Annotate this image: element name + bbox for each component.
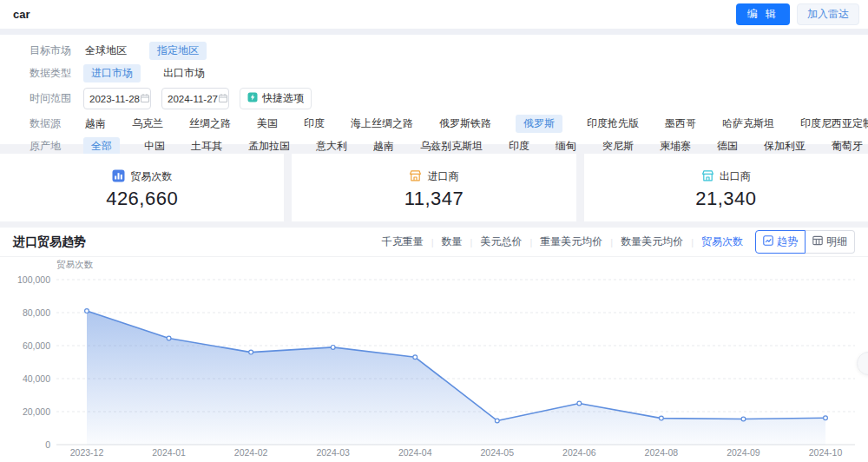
filter-option[interactable]: 孟加拉国 [247,137,292,155]
detail-view-button[interactable]: 明细 [806,230,855,254]
data-source-row: 数据源 越南乌克兰丝绸之路美国印度海上丝绸之路俄罗斯铁路俄罗斯印度抢先版墨西哥哈… [30,114,856,134]
chart-title: 进口贸易趋势 [13,234,86,250]
section-divider [0,29,868,35]
filter-option[interactable]: 中国 [142,137,167,155]
filter-option[interactable]: 柬埔寨 [658,137,693,155]
target-market-row: 目标市场 全球地区指定地区 [30,41,856,61]
importer-store-icon [409,169,422,185]
add-to-radar-button[interactable]: 加入雷达 [797,3,859,25]
stat-card-exporters: 出口商 21,340 [584,154,868,221]
date-range-row: 时间范围 快捷选项 [30,86,856,111]
detail-view-label: 明细 [826,234,847,249]
data-type-label: 数据类型 [30,66,83,81]
trend-chart-icon [763,235,773,248]
filter-option[interactable]: 全球地区 [83,42,128,60]
filter-option[interactable]: 进口市场 [83,64,141,82]
stat-card-trade-count: 贸易次数 426,660 [0,154,284,221]
metric-option[interactable]: 重量美元均价 [540,234,602,249]
trend-line-chart[interactable]: 贸易次数020,00040,00060,00080,000100,0002023… [0,257,868,461]
filter-option[interactable]: 越南 [372,137,396,155]
metric-switcher: 千克重量|数量|美元总价|重量美元均价|数量美元均价|贸易次数 [382,234,743,249]
svg-text:2024-04: 2024-04 [398,447,432,458]
metric-option[interactable]: 千克重量 [382,234,424,249]
origin-label: 原产地 [30,139,83,154]
svg-text:20,000: 20,000 [23,406,50,417]
filter-option[interactable]: 印度 [302,115,326,133]
filter-panel: 目标市场 全球地区指定地区 数据类型 进口市场出口市场 时间范围 [0,35,868,144]
stat-cards: 贸易次数 426,660 进口商 11,347 出口商 21,340 [0,154,868,221]
table-icon [812,235,823,248]
quick-options-button[interactable]: 快捷选项 [240,88,312,109]
filter-option[interactable]: 美国 [255,115,279,133]
separator: | [691,237,694,248]
metric-option[interactable]: 数量 [442,234,463,249]
origin-options: 全部中国土耳其孟加拉国意大利越南乌兹别克斯坦印度缅甸突尼斯柬埔寨德国保加利亚葡萄… [83,137,868,155]
top-bar-actions: 编 辑 加入雷达 [736,3,859,25]
filter-option[interactable]: 土耳其 [189,137,224,155]
svg-text:60,000: 60,000 [23,340,50,351]
stat-label: 进口商 [427,169,458,184]
filter-option[interactable]: 俄罗斯 [516,115,562,133]
stat-value: 426,660 [106,188,178,210]
filter-option[interactable]: 德国 [715,137,740,155]
svg-text:2024-01: 2024-01 [152,447,186,458]
trend-view-button[interactable]: 趋势 [755,230,806,254]
separator: | [529,237,532,248]
svg-text:100,000: 100,000 [17,274,50,285]
edit-button[interactable]: 编 辑 [736,3,790,25]
start-date-input[interactable] [83,88,151,109]
trend-view-label: 趋势 [777,234,798,249]
filter-option[interactable]: 缅甸 [554,137,578,155]
filter-option[interactable]: 突尼斯 [601,137,635,155]
metric-option[interactable]: 数量美元均价 [621,234,683,249]
metric-option[interactable]: 贸易次数 [701,234,743,249]
data-source-options: 越南乌克兰丝绸之路美国印度海上丝绸之路俄罗斯铁路俄罗斯印度抢先版墨西哥哈萨克斯坦… [83,115,868,133]
stat-label: 贸易次数 [130,169,172,184]
filter-option[interactable]: 哈萨克斯坦 [720,115,776,133]
target-market-label: 目标市场 [30,43,83,58]
filter-option[interactable]: 意大利 [314,137,349,155]
exporter-store-icon [701,169,714,185]
filter-option[interactable]: 越南 [83,115,108,133]
filter-option[interactable]: 墨西哥 [663,115,698,133]
filter-option[interactable]: 保加利亚 [762,137,807,155]
separator: | [470,237,473,248]
filter-option[interactable]: 出口市场 [161,64,207,82]
metric-option[interactable]: 美元总价 [480,234,522,249]
view-switcher: 趋势 明细 [755,230,855,254]
start-date-value[interactable] [89,94,140,104]
filter-option[interactable]: 指定地区 [149,42,207,60]
top-bar: car 编 辑 加入雷达 [0,0,868,29]
filter-option[interactable]: 印度 [507,137,531,155]
svg-text:2023-12: 2023-12 [70,447,104,458]
svg-text:2024-03: 2024-03 [316,447,350,458]
separator: | [431,237,434,248]
quick-options-label: 快捷选项 [262,91,304,106]
calendar-icon [140,91,150,107]
filter-option[interactable]: 乌兹别克斯坦 [418,137,484,155]
bar-chart-icon [112,169,125,185]
svg-text:2024-10: 2024-10 [809,447,843,458]
filter-option[interactable]: 印度抢先版 [585,115,641,133]
end-date-input[interactable] [161,88,229,109]
stat-card-importers: 进口商 11,347 [292,154,575,221]
calendar-icon [218,91,228,107]
end-date-value[interactable] [168,94,218,104]
filter-option[interactable]: 丝绸之路 [187,115,233,133]
stat-label: 出口商 [720,169,751,184]
filter-option[interactable]: 乌克兰 [130,115,165,133]
svg-text:2024-02: 2024-02 [234,447,268,458]
filter-option[interactable]: 海上丝绸之路 [349,115,415,133]
separator: | [610,237,613,248]
stat-value: 21,340 [695,188,756,210]
filter-option[interactable]: 俄罗斯铁路 [437,115,493,133]
data-type-options: 进口市场出口市场 [83,64,207,82]
filter-option[interactable]: 葡萄牙 [830,137,865,155]
svg-text:2024-05: 2024-05 [481,447,515,458]
data-source-label: 数据源 [30,116,83,131]
trend-chart-panel: 进口贸易趋势 千克重量|数量|美元总价|重量美元均价|数量美元均价|贸易次数 趋… [0,228,868,462]
filter-option[interactable]: 印度尼西亚定制版 [799,115,868,133]
filter-option[interactable]: 全部 [83,137,120,155]
chart-header: 进口贸易趋势 千克重量|数量|美元总价|重量美元均价|数量美元均价|贸易次数 趋… [0,228,868,257]
page-title: car [13,8,30,21]
